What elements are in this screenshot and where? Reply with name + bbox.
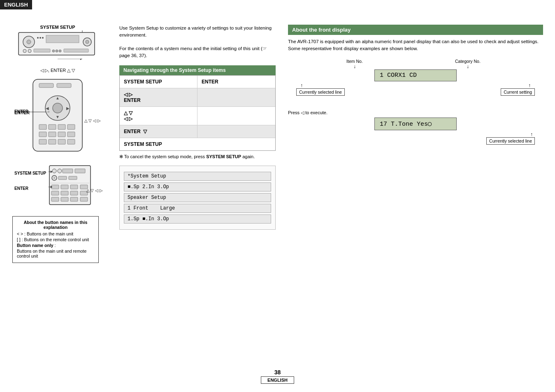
nav-cell-3-left: △ ▽ ◁ ▷ [120,107,197,125]
right-column: About the front display The AVR-1707 is … [288,25,543,159]
svg-rect-6 [46,35,79,43]
nav-cell-5: SYSTEM SETUP [120,138,275,150]
svg-rect-36 [39,139,46,144]
intro-text-1: Use System Setup to customize a variety … [119,25,276,39]
svg-text:▶: ▶ [66,106,70,111]
svg-rect-47 [58,176,67,180]
system-setup-label-2: SYSTEM SETUP [14,171,46,175]
svg-rect-31 [67,125,75,129]
label-category-no: Category No. ↓ [455,59,481,69]
nav-system-setup-1: SYSTEM SETUP [124,79,162,85]
system-setup-arrow [16,59,99,65]
currently-selected-label-2: Currently selected line [486,137,535,145]
currently-selected-line-2: ↑ Currently selected line [486,131,535,145]
footer-lang-label: ENGLISH [261,376,294,384]
svg-rect-49 [50,183,89,183]
svg-rect-21 [57,83,71,88]
svg-rect-58 [51,197,59,201]
svg-point-13 [56,50,58,52]
left-column: SYSTEM SETUP [12,25,103,263]
svg-rect-59 [61,197,68,201]
front-display-text: The AVR-1707 is equipped with an alpha n… [288,38,543,53]
svg-rect-60 [70,197,78,201]
svg-rect-54 [51,191,59,195]
receiver2-wrap: SYSTEM SETUP ENTER [12,164,103,210]
svg-rect-55 [61,191,68,195]
svg-rect-30 [58,125,65,129]
nav-table: SYSTEM SETUP ENTER ◁ ▷ ENTER △ ▽ ◁ ▷ [119,75,276,151]
receiver-top-diagram: SYSTEM SETUP [12,25,103,73]
page-number: 38 [0,369,555,376]
cancel-note-again: again. [241,154,255,159]
svg-point-8 [86,40,89,44]
svg-point-2 [27,40,31,44]
currently-selected-label-1: Currently selected line [296,88,345,96]
svg-point-42 [58,169,62,173]
nav-cell-4-right [197,128,275,135]
remote-svg: ▲ ▼ ◀ ▶ [21,77,103,155]
nav-enter-3: ENTER [124,129,141,134]
disp-line-2: ■.Sp 2.In 3.Op [124,182,271,191]
svg-rect-37 [49,139,56,144]
nav-system-setup-2: SYSTEM SETUP [124,141,162,147]
info-row-4: Buttons on the main unit and remote cont… [17,249,94,258]
svg-rect-56 [70,191,78,195]
svg-marker-18 [80,59,82,60]
disp-line-1: *System Setup [124,172,271,181]
svg-point-41 [52,169,56,173]
svg-point-46 [53,177,55,179]
category-no-text: Category No. [455,59,481,64]
intro-text-2: For the contents of a system menu and th… [119,45,276,60]
svg-rect-34 [58,132,65,137]
front-display-title: About the front display [288,25,543,35]
nav-cell-2-left: ◁ ▷ ENTER [120,88,197,106]
nav-row-5: SYSTEM SETUP [120,138,275,150]
disp-line-5: 1.Sp ■.In 3.Op [124,214,271,224]
remote-diagram-wrap: ENTER ▲ ▼ ◀ ▶ [12,77,103,159]
svg-rect-35 [67,132,75,137]
info-row-1: < > : Buttons on the main unit [17,231,94,236]
arrow-label-1: ◁ ▷, ENTER △ ▽ [12,68,103,73]
svg-rect-48 [69,176,77,180]
svg-rect-43 [63,169,73,173]
info-row-3-rest: : [53,243,56,248]
label-item-no: Item No. ↓ [346,59,363,69]
svg-rect-51 [61,185,68,189]
cancel-note: ✻ To cancel the system setup mode, press… [119,154,276,159]
info-row-2: [ ] : Buttons on the remote control unit [17,237,94,242]
nav-row-3: △ ▽ ◁ ▷ [120,107,275,125]
info-box: About the button names in this explanati… [12,216,99,263]
info-row-3: Button name only : [17,243,94,248]
svg-point-10 [28,49,31,53]
nav-cell-1-right: ENTER [197,76,275,88]
svg-point-12 [52,50,55,52]
svg-rect-15 [64,49,88,52]
svg-point-3 [37,37,39,39]
svg-rect-44 [75,169,85,173]
up-arrow-3: ↑ [486,131,535,137]
cancel-note-text: ✻ To cancel the system setup mode, press [119,154,206,159]
svg-point-4 [39,37,41,39]
press-note: Press ◁ to execute. [288,110,543,115]
display-screen-2: 17 T.Tone Yes◯ [374,118,457,130]
screen-1-wrap: 1 CORX1 CD [288,69,543,81]
nav-row-1: SYSTEM SETUP ENTER [120,76,275,88]
nav-table-title: Navigating through the System Setup item… [119,65,276,75]
nav-row-2: ◁ ▷ ENTER [120,88,275,107]
nav-cell-2-right [197,94,275,101]
category-no-arrow: ↓ [455,64,481,69]
svg-rect-50 [51,185,59,189]
arrows-label-3: △ ▽ ◁ ▷ [86,188,103,193]
up-arrow-1: ↑ [296,83,345,88]
info-row-3-bold: Button name only [17,243,53,248]
nav-arrows-lr2: ◁ ▷ [124,116,193,122]
svg-rect-52 [70,185,78,189]
screen-2-wrap: 17 T.Tone Yes◯ [288,118,543,130]
svg-rect-20 [39,83,53,88]
nav-cell-1-left: SYSTEM SETUP [120,76,197,88]
display-screen-1: 1 CORX1 CD [374,69,457,81]
up-arrow-2: ↑ [501,83,535,88]
disp-line-4: 1 Front Large [124,204,271,213]
currently-selected-line-1: ↑ Currently selected line [296,83,345,96]
svg-rect-39 [67,139,75,144]
